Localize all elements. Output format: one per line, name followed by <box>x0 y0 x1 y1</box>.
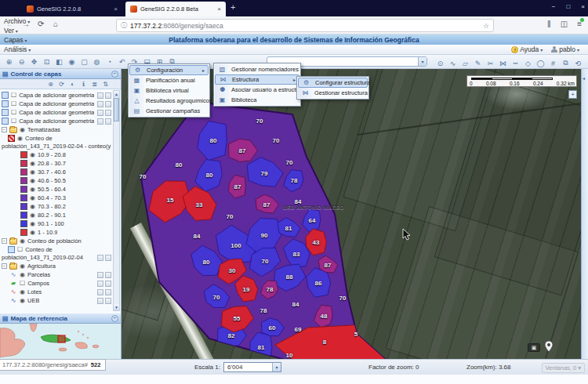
menu-item-configurar-estructura[interactable]: ⚙ Configurar estructura <box>298 78 368 88</box>
layer-remove-button[interactable] <box>105 272 111 278</box>
layer-control[interactable]: ◉ <box>20 297 25 304</box>
undo-icon[interactable]: ↶ <box>117 56 127 67</box>
menu-item-gestionar-campanas[interactable]: ▤ Gestionar campañas <box>129 106 209 116</box>
close-button[interactable]: × <box>581 3 585 10</box>
globe-icon[interactable]: ◍ <box>92 56 102 67</box>
layer-zoom-button[interactable] <box>97 289 103 295</box>
layer-remove-button[interactable] <box>105 298 111 304</box>
measure-area-icon[interactable]: ◇ <box>523 58 533 68</box>
help-menu[interactable]: ? Ayuda ▾ <box>507 45 546 54</box>
draw-polygon-icon[interactable]: ▱ <box>460 58 470 68</box>
legend-list-icon[interactable]: ≣ <box>90 80 99 89</box>
menu-item-biblioteca[interactable]: ▣ Biblioteca <box>215 95 299 105</box>
pan-icon[interactable]: ✥ <box>29 56 39 67</box>
rotate-icon[interactable]: ⟲ <box>573 58 583 68</box>
layer-zoom-button[interactable] <box>97 101 103 107</box>
minimize-button[interactable]: − <box>552 3 556 10</box>
menubar-item[interactable]: Archivo ▾ <box>0 16 56 26</box>
legend-radio[interactable]: ◉ <box>30 168 35 176</box>
geometry-layer-row[interactable]: ☐ Capa de adicionar geometria <box>2 117 111 125</box>
menu-item-biblioteca-virtual[interactable]: ▣ Biblioteca virtual <box>129 85 209 96</box>
reorder-layers-icon[interactable]: ⇅ <box>101 80 110 89</box>
layer-control[interactable]: ☐ <box>20 280 25 287</box>
legend-radio[interactable]: ◉ <box>30 212 35 219</box>
tab-close-icon[interactable]: × <box>217 5 221 13</box>
legend-radio[interactable]: ◉ <box>30 186 35 193</box>
layer-checkbox[interactable]: ☐ <box>11 92 16 99</box>
layer-remove-button[interactable] <box>105 255 111 261</box>
agri-layer-row[interactable]: ∿ ◉ Parcelas <box>9 270 111 279</box>
select-box-icon[interactable]: ▢ <box>79 56 89 67</box>
layer-remove-button[interactable] <box>105 118 111 125</box>
legend-item[interactable]: ◉ 30.7 - 40.6 <box>20 168 111 176</box>
menubar-item[interactable]: Capas ▾ <box>0 35 56 45</box>
browser-tab-inactive[interactable]: GeneSIG 2.2.0.8 × <box>22 2 122 16</box>
split-icon[interactable]: ✂ <box>485 58 495 68</box>
scroll-up-icon[interactable]: ▲ <box>114 91 119 97</box>
draw-point-icon[interactable]: ⊙ <box>435 58 445 68</box>
zoom-in-icon[interactable]: ⊕ <box>4 56 14 67</box>
layer-checkbox[interactable]: ☐ <box>17 246 23 253</box>
collapse-panel-button[interactable]: − <box>111 315 118 322</box>
layer-zoom-button[interactable] <box>97 281 103 287</box>
browser-tab-active[interactable]: GeneSIG 2.2.0.8 Beta × <box>125 2 226 16</box>
draw-line-icon[interactable]: ∿ <box>448 58 458 68</box>
new-tab-button[interactable]: + <box>230 2 235 12</box>
legend-item[interactable]: ◉ 10.9 - 20.8 <box>20 150 111 159</box>
legend-radio[interactable]: ◉ <box>30 229 35 236</box>
layer-zoom-button[interactable] <box>97 298 103 304</box>
expander-icon[interactable]: − <box>2 238 7 244</box>
scrollbar-thumb[interactable] <box>114 98 119 121</box>
layer-checkbox[interactable]: ☐ <box>11 100 16 107</box>
legend-item[interactable]: ◉ 60.4 - 70.3 <box>20 194 111 202</box>
legend-item[interactable]: ◉ 90.1 - 100 <box>20 219 111 228</box>
layer-radio[interactable]: ◉ <box>20 126 25 133</box>
layer-remove-button[interactable] <box>105 289 111 295</box>
windows-counter-button[interactable]: Ventanas, 0 ▾ <box>542 363 585 373</box>
geometry-layer-row[interactable]: ☐ Capa de adicionar geometria <box>2 108 111 117</box>
url-bar[interactable]: ⓘ 177.37.2.2:8080/genesig/saeca ☆ <box>116 19 494 32</box>
conteo-layer-row[interactable]: ◉ Conteo de <box>2 134 111 143</box>
agri-layer-row[interactable]: ∿ ◉ Lotes <box>9 288 111 296</box>
layer-zoom-button[interactable] <box>97 92 103 99</box>
agri-layer-row[interactable]: ▰ ☐ Campos <box>9 279 111 288</box>
geometry-layer-row[interactable]: ☐ Capa de adicionar geometria <box>2 91 111 100</box>
legend-radio[interactable]: ◉ <box>30 177 35 184</box>
snap-icon[interactable]: # <box>548 58 558 68</box>
site-info-icon[interactable]: ⓘ <box>121 21 127 30</box>
menu-item-planificacion-anual[interactable]: ▦ Planificación anual <box>129 75 209 85</box>
layer-remove-button[interactable] <box>105 101 111 107</box>
opacity-icon[interactable]: ◐ <box>68 80 77 89</box>
layer-control[interactable]: ◉ <box>20 288 25 295</box>
edit-vertex-icon[interactable]: ✎ <box>473 58 483 68</box>
legend-radio[interactable]: ◉ <box>30 194 35 201</box>
legend-item[interactable]: ◉ 20.8 - 30.7 <box>20 159 111 168</box>
image-icon[interactable]: ▣ <box>528 343 540 352</box>
menu-item-asociar-usuario[interactable]: ⚉ Asociar usuario a estructura <box>215 85 299 95</box>
identify-icon[interactable]: ◉ <box>67 56 77 67</box>
bookmark-star-icon[interactable]: ☆ <box>483 22 489 30</box>
layer-checkbox[interactable]: ☐ <box>11 118 16 125</box>
scroll-down-icon[interactable]: ▼ <box>114 304 119 310</box>
layer-zoom-button[interactable] <box>97 118 103 125</box>
tematizadas-folder-row[interactable]: − ◉ Tematizadas <box>2 125 111 134</box>
layer-zoom-button[interactable] <box>97 272 103 278</box>
zoom-out-icon[interactable]: ⊖ <box>16 56 27 67</box>
agricultura-folder-row[interactable]: − ◉ Agricultura <box>2 262 111 270</box>
buffer-icon[interactable]: ◯ <box>535 58 546 68</box>
menu-item-gestionar-nomencladores[interactable]: ▧ Gestionar nomencladores <box>215 64 299 74</box>
world-icon[interactable]: ◔ <box>104 56 114 67</box>
legend-radio[interactable]: ◉ <box>30 203 35 210</box>
legend-item[interactable]: ◉ 40.6 - 50.5 <box>20 176 111 185</box>
legend-item[interactable]: ◉ 50.5 - 60.4 <box>20 185 111 194</box>
full-extent-icon[interactable]: ⊡ <box>42 56 52 67</box>
legend-item[interactable]: ◉ 70.3 - 80.2 <box>20 202 111 211</box>
layer-info-icon[interactable]: ℹ <box>79 80 88 89</box>
scale-select[interactable]: 6'004 ▾ <box>223 362 281 372</box>
agri-layer-row[interactable]: ∿ ◉ UEB <box>9 296 111 305</box>
legend-radio[interactable]: ◉ <box>30 160 35 167</box>
conteo2-layer-row[interactable]: ☐ Conteo de <box>2 245 111 254</box>
refresh-layers-icon[interactable]: ⟳ <box>57 80 66 89</box>
layer-control[interactable]: ◉ <box>20 271 25 278</box>
hamburger-menu-icon[interactable]: ≡ <box>577 20 582 29</box>
